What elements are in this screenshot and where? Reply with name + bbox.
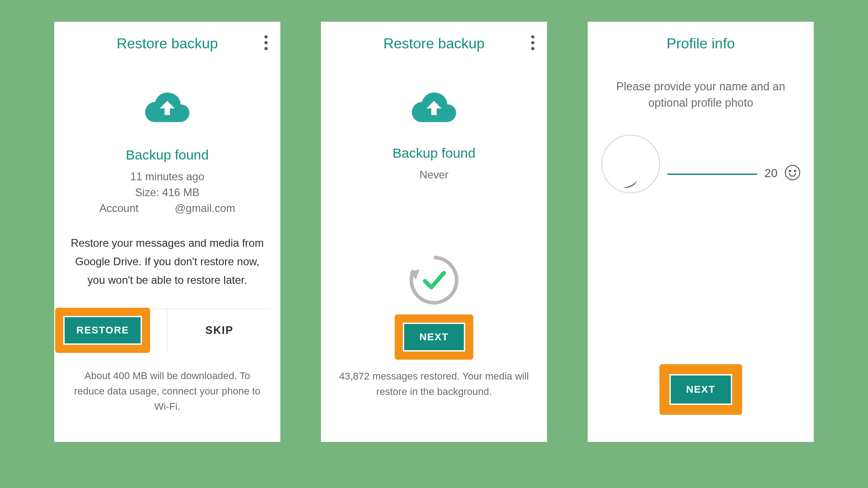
screen-restore-backup: Restore backup Backup found 11 minutes a… [54,22,280,442]
page-title: Restore backup [383,35,485,52]
backup-meta: Never [420,167,448,183]
emoji-icon[interactable] [785,165,800,180]
next-button[interactable]: NEXT [403,323,466,352]
screen-restore-progress: Restore backup Backup found Never NEXT 4… [321,22,547,442]
more-options-icon[interactable] [264,35,268,50]
backup-account: Account @gmail.com [99,201,235,216]
page-title: Profile info [666,35,735,52]
profile-input-row: 20 [597,135,805,193]
button-row: RESTORE SKIP [63,309,271,352]
backup-found-heading: Backup found [392,145,475,161]
name-input[interactable] [667,174,757,175]
more-options-icon[interactable] [531,35,534,50]
backup-time: 11 minutes ago [99,169,235,185]
restore-button[interactable]: RESTORE [63,316,142,345]
avatar-picker[interactable] [601,135,660,193]
restore-complete-icon [407,253,461,309]
backup-found-heading: Backup found [126,147,208,163]
highlight-annotation: RESTORE [55,308,150,353]
backup-meta: 11 minutes ago Size: 416 MB Account @gma… [99,169,235,216]
highlight-annotation: NEXT [660,364,742,415]
restore-status-footnote: 43,872 messages restored. Your media wil… [330,369,538,399]
restore-description: Restore your messages and media from Goo… [63,234,271,289]
profile-subtitle: Please provide your name and an optional… [597,78,805,111]
next-button[interactable]: NEXT [670,374,732,405]
screen-profile-info: Profile info Please provide your name an… [588,22,814,442]
skip-button[interactable]: SKIP [205,324,233,337]
cloud-upload-icon [412,90,456,125]
download-footnote: About 400 MB will be downloaded. To redu… [63,368,271,414]
highlight-annotation: NEXT [395,314,474,360]
page-title: Restore backup [117,35,218,52]
char-counter: 20 [764,166,778,180]
backup-size: Size: 416 MB [99,185,235,201]
cloud-upload-icon [145,90,189,125]
